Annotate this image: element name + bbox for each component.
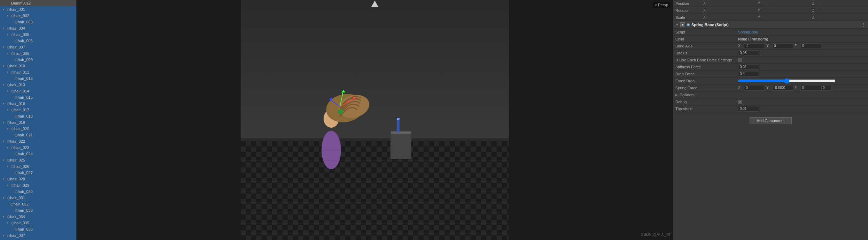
drag-input[interactable] — [738, 71, 759, 77]
spring-z-input[interactable] — [800, 85, 821, 91]
viewport[interactable]: < Persp CSDN @英人_猫 — [77, 0, 673, 240]
spring-force-fields: X Y Z — [738, 85, 821, 91]
hierarchy-item-label: hair_035 — [14, 221, 29, 225]
hierarchy-item[interactable]: ▾⬡hair_017 — [0, 107, 76, 113]
hierarchy-item[interactable]: Dummy012 — [0, 0, 76, 6]
rot-z-dash: — — [817, 8, 823, 13]
hierarchy-item[interactable]: ⬡hair_009 — [0, 57, 76, 63]
rotation-x-field: X — — [703, 8, 757, 13]
tree-expand-icon[interactable]: ▾ — [7, 127, 10, 130]
bone-axis-label: Bone Axis — [675, 44, 738, 48]
hierarchy-item[interactable]: ⬡hair_033 — [0, 207, 76, 213]
hierarchy-item[interactable]: ⬡hair_032 — [0, 201, 76, 207]
tree-expand-icon[interactable]: ▾ — [3, 64, 6, 68]
is-use-each-checkbox[interactable] — [738, 58, 742, 62]
hierarchy-item-label: hair_001 — [10, 7, 25, 12]
threshold-input[interactable] — [738, 106, 759, 112]
hierarchy-item[interactable]: ⬡hair_006 — [0, 38, 76, 44]
debug-checkbox[interactable]: ✓ — [738, 100, 742, 104]
tree-expand-icon[interactable]: ▾ — [3, 45, 6, 49]
component-toggle[interactable]: ■ — [680, 22, 685, 27]
tree-expand-icon[interactable]: ▾ — [7, 89, 10, 93]
stiffness-input[interactable] — [738, 64, 759, 70]
hierarchy-item[interactable]: ▾⬡hair_016 — [0, 100, 76, 107]
spring-x-input[interactable] — [744, 85, 765, 91]
tree-expand-icon[interactable]: ▾ — [7, 183, 10, 187]
tree-expand-icon[interactable]: ▾ — [7, 14, 10, 17]
hierarchy-item[interactable]: ▾⬡hair_031 — [0, 195, 76, 201]
hierarchy-item[interactable]: ⬡hair_003 — [0, 19, 76, 25]
tree-expand-icon[interactable]: ▾ — [7, 165, 10, 168]
hierarchy-item[interactable]: ▾⬡hair_023 — [0, 144, 76, 151]
tree-expand-icon[interactable]: ▾ — [7, 221, 10, 225]
hierarchy-item[interactable]: ▾⬡hair_013 — [0, 82, 76, 88]
hierarchy-item[interactable]: ▾⬡hair_010 — [0, 63, 76, 69]
hierarchy-item[interactable]: ▾⬡hair_011 — [0, 69, 76, 75]
hierarchy-item[interactable]: ▾⬡hair_019 — [0, 119, 76, 126]
script-value[interactable]: SpringBone — [738, 30, 758, 34]
hierarchy-item[interactable]: ▾⬡hair_028 — [0, 176, 76, 182]
is-use-each-row: Is Use Each Bone Force Settings — [673, 57, 868, 63]
tree-expand-icon[interactable]: ▾ — [3, 27, 6, 30]
tree-expand-icon[interactable]: ▾ — [7, 33, 10, 36]
hierarchy-item[interactable]: ▾⬡hair_014 — [0, 88, 76, 94]
script-icon: ◉ — [687, 22, 690, 27]
rot-z-axis: Z — [812, 8, 816, 12]
spring-z-extra[interactable] — [821, 85, 832, 91]
hierarchy-item-label: hair_033 — [18, 208, 33, 212]
bone-axis-z-input[interactable] — [800, 43, 821, 49]
tree-expand-icon[interactable]: ▾ — [7, 146, 10, 149]
tree-expand-icon[interactable]: ▾ — [3, 158, 6, 162]
hierarchy-item[interactable]: ⬡hair_036 — [0, 226, 76, 232]
tree-expand-icon[interactable]: ▾ — [3, 177, 6, 181]
spring-z-field: Z — [795, 85, 821, 91]
hierarchy-item[interactable]: ▾⬡hair_035 — [0, 220, 76, 226]
tree-expand-icon[interactable]: ▾ — [7, 70, 10, 74]
spring-force-row: Spring Force X Y Z — [673, 84, 868, 91]
hierarchy-item[interactable]: ⬡hair_027 — [0, 170, 76, 176]
hierarchy-item[interactable]: ⬡hair_012 — [0, 75, 76, 82]
bone-icon: ⬡ — [15, 152, 18, 156]
bone-icon: ⬡ — [11, 183, 14, 187]
bone-axis-x-input[interactable] — [744, 43, 765, 49]
force-drag-slider[interactable] — [738, 78, 836, 84]
bone-axis-z-label: Z — [795, 44, 799, 48]
bone-icon: ⬡ — [15, 39, 18, 43]
hierarchy-item[interactable]: ▾⬡hair_007 — [0, 44, 76, 50]
tree-expand-icon[interactable]: ▾ — [3, 215, 6, 218]
tree-expand-icon[interactable]: ▾ — [7, 52, 10, 55]
spring-y-input[interactable] — [772, 85, 793, 91]
colliders-arrow[interactable]: ▶ — [675, 93, 680, 97]
hierarchy-item[interactable]: ▾⬡hair_008 — [0, 50, 76, 57]
tree-expand-icon[interactable]: ▾ — [3, 121, 6, 124]
hierarchy-item[interactable]: ▾⬡hair_025 — [0, 157, 76, 163]
bone-icon: ⬡ — [7, 158, 10, 162]
hierarchy-item[interactable]: ⬡hair_024 — [0, 151, 76, 157]
hierarchy-item[interactable]: ⬡hair_021 — [0, 132, 76, 138]
hierarchy-item[interactable]: ▾⬡hair_026 — [0, 163, 76, 170]
hierarchy-item[interactable]: ▾⬡hair_038 — [0, 239, 76, 240]
tree-expand-icon[interactable]: ▾ — [7, 108, 10, 112]
add-component-button[interactable]: Add Component — [750, 117, 792, 124]
hierarchy-item[interactable]: ▾⬡hair_005 — [0, 31, 76, 38]
tree-expand-icon[interactable]: ▾ — [3, 83, 6, 87]
hierarchy-item[interactable]: ▾⬡hair_020 — [0, 126, 76, 132]
tree-expand-icon[interactable]: ▾ — [3, 234, 6, 237]
hierarchy-item[interactable]: ⬡hair_015 — [0, 94, 76, 100]
component-menu-icon[interactable]: ⋮ — [861, 22, 866, 28]
hierarchy-item[interactable]: ⬡hair_030 — [0, 188, 76, 195]
hierarchy-item[interactable]: ⬡hair_018 — [0, 113, 76, 119]
hierarchy-item[interactable]: ▾⬡hair_001 — [0, 6, 76, 13]
tree-expand-icon[interactable]: ▾ — [3, 102, 6, 105]
hierarchy-item[interactable]: ▾⬡hair_022 — [0, 138, 76, 144]
hierarchy-item[interactable]: ▾⬡hair_034 — [0, 213, 76, 220]
tree-expand-icon[interactable]: ▾ — [3, 196, 6, 200]
bone-axis-y-input[interactable] — [772, 43, 793, 49]
tree-expand-icon[interactable]: ▾ — [3, 140, 6, 143]
hierarchy-item[interactable]: ▾⬡hair_037 — [0, 232, 76, 239]
radius-input[interactable] — [738, 50, 759, 56]
hierarchy-item[interactable]: ▾⬡hair_004 — [0, 25, 76, 31]
tree-expand-icon[interactable]: ▾ — [3, 8, 6, 11]
hierarchy-item[interactable]: ▾⬡hair_002 — [0, 13, 76, 19]
hierarchy-item[interactable]: ▾⬡hair_029 — [0, 182, 76, 188]
